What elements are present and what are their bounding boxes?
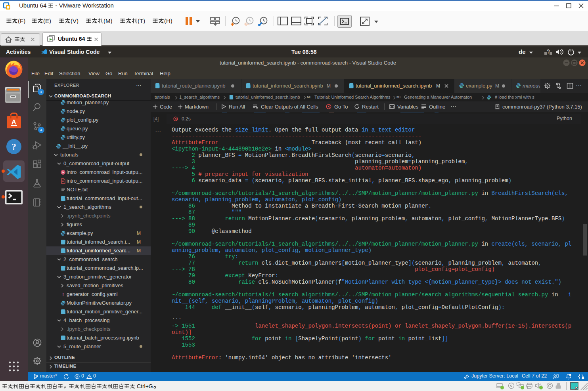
svg-text:?: ? xyxy=(11,141,16,152)
svg-text:A: A xyxy=(11,118,16,126)
svg-text:!: ! xyxy=(62,292,64,297)
